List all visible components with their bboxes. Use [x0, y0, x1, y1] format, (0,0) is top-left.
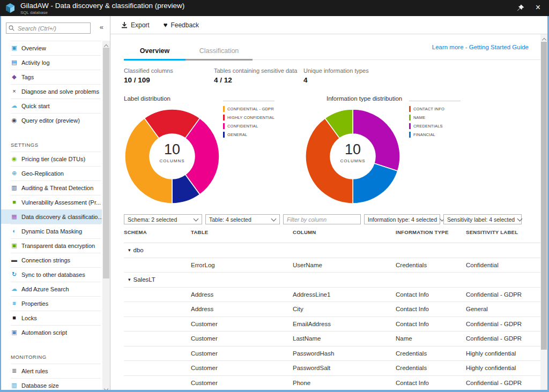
table-filter-dropdown[interactable]: Table: 4 selected [205, 214, 280, 224]
filter-bar: Schema: 2 selectedTable: 4 selectedInfor… [124, 214, 540, 224]
feedback-button[interactable]: ♥ Feedback [164, 21, 199, 29]
diagnose-icon: × [11, 88, 18, 95]
sidebar-item-label: Pricing tier (scale DTUs) [21, 156, 85, 162]
sidebar-item-properties[interactable]: ≡Properties [1, 296, 102, 311]
main-scrollbar[interactable] [540, 34, 547, 390]
sidebar-item-database-size[interactable]: ▥Database size [1, 378, 102, 390]
sidebar-item-activity-log[interactable]: ▤Activity log [1, 55, 102, 70]
expand-caret-icon[interactable]: ▾ [128, 247, 131, 253]
schema-filter-dropdown[interactable]: Schema: 2 selected [124, 214, 202, 224]
search-input[interactable] [17, 25, 88, 32]
sidebar-item-connection-strings[interactable]: ▬Connection strings [1, 253, 102, 267]
sidebar-item-data-discovery-classificatio[interactable]: ▦Data discovery & classificatio... [1, 209, 102, 224]
properties-icon: ≡ [11, 300, 18, 307]
main-scrollbar-thumb[interactable] [541, 42, 547, 350]
legend-item-financial: FINANCIAL [409, 130, 461, 139]
table-row-customer-lastname[interactable]: CustomerLastNameNameConfidential - GDPR [124, 331, 540, 346]
sidebar-scrollbar[interactable] [102, 41, 110, 390]
sidebar-item-label: Locks [21, 315, 37, 321]
sidebar-item-transparent-data-encryption[interactable]: ▣Transparent data encryption [1, 238, 102, 253]
donut-chart-info-types[interactable] [305, 108, 401, 205]
sidebar-item-label: Auditing & Threat Detection [21, 185, 93, 191]
sidebar-item-auditing-threat-detection[interactable]: ▥Auditing & Threat Detection [1, 180, 102, 195]
cell-column: Phone [293, 376, 310, 390]
collapse-sidebar-button[interactable]: « [100, 23, 103, 31]
cell-table: Address [191, 288, 213, 302]
sidebar-item-label: Quick start [21, 103, 50, 109]
search-icon [9, 25, 14, 31]
table-row-customer-passwordhash[interactable]: CustomerPasswordHashCredentialsHighly co… [124, 346, 540, 361]
scroll-down-arrow-icon[interactable] [102, 383, 110, 390]
sidebar-item-query-editor-preview[interactable]: ◉Query editor (preview) [1, 113, 102, 127]
sidebar-item-label: Alert rules [21, 368, 48, 374]
pin-icon[interactable] [517, 4, 524, 12]
table-row-errorlog-username[interactable]: ErrorLogUserNameCredentialsConfidential [124, 258, 540, 273]
sidebar-nav: ▣Overview▤Activity log◆Tags×Diagnose and… [1, 41, 102, 390]
schema-group-row-dbo[interactable]: ▾dbo [124, 243, 540, 258]
sidebar-item-locks[interactable]: ■Locks [1, 311, 102, 325]
cell-column: City [293, 302, 303, 316]
sidebar-item-pricing-tier-scale-dtus[interactable]: ◉Pricing tier (scale DTUs) [1, 152, 102, 166]
sidebar-item-tags[interactable]: ◆Tags [1, 70, 102, 84]
cell-column: UserName [293, 258, 322, 273]
sidebar-item-add-azure-search[interactable]: ☁Add Azure Search [1, 282, 102, 296]
alert-rules-icon: ≣ [11, 367, 18, 374]
cell-sensitivity-label: Highly confidential [466, 346, 516, 361]
stat-label: Classified columns [124, 67, 173, 74]
dynamic-data-masking-icon: ◐ [11, 228, 18, 235]
quick-start-icon: ☁ [11, 102, 18, 109]
pricing-tier-icon: ◉ [11, 155, 18, 162]
cell-sensitivity-label: Confidential - GDPR [466, 288, 522, 302]
stat-label: Unique information types [303, 67, 369, 74]
tab-overview[interactable]: Overview [124, 47, 186, 55]
legend-swatch-icon [223, 123, 225, 129]
donut-chart-labels[interactable] [124, 108, 220, 205]
table-row-customer-phone[interactable]: CustomerPhoneContact InfoConfidential - … [124, 376, 540, 390]
legend-label: CREDENTIALS [413, 124, 443, 129]
sidebar-item-sync-to-other-databases[interactable]: ↻Sync to other databases [1, 267, 102, 282]
table-header-row: SCHEMATABLECOLUMNINFORMATION TYPESENSITI… [124, 229, 540, 237]
legend-item-confidential: CONFIDENTIAL [223, 122, 274, 130]
heart-icon: ♥ [164, 21, 168, 28]
table-row-address-city[interactable]: AddressCityContact InfoGeneral [124, 302, 540, 317]
sidebar-item-diagnose-and-solve-problems[interactable]: ×Diagnose and solve problems [1, 84, 102, 99]
tab-classification[interactable]: Classification [186, 47, 253, 55]
donut-segment-credentials[interactable] [353, 109, 400, 171]
table-row-address-addressline1[interactable]: AddressAddressLine1Contact InfoConfident… [124, 288, 540, 303]
sidebar-item-vulnerability-assessment-pr[interactable]: ■Vulnerability Assessment (Pr... [1, 195, 102, 209]
legend-swatch-icon [409, 115, 411, 120]
dropdown-value: Table: 4 selected [209, 216, 251, 223]
cell-sensitivity-label: General [466, 302, 488, 316]
column-filter-input[interactable] [283, 214, 361, 224]
sensitivity-label-filter-dropdown[interactable]: Sensitivity label: 4 selected [443, 214, 522, 224]
sidebar-item-dynamic-data-masking[interactable]: ◐Dynamic Data Masking [1, 224, 102, 238]
sidebar-scrollbar-thumb[interactable] [103, 48, 109, 278]
label-distribution-title: Label distribution [124, 95, 170, 102]
table-row-customer-emailaddress[interactable]: CustomerEmailAddressContact InfoConfiden… [124, 317, 540, 332]
sidebar-item-overview[interactable]: ▣Overview [1, 41, 102, 55]
table-row-customer-passwordsalt[interactable]: CustomerPasswordSaltCredentialsHighly co… [124, 361, 540, 376]
data-discovery-classification-icon: ▦ [11, 213, 18, 220]
cell-sensitivity-label: Confidential [466, 258, 499, 273]
scroll-up-arrow-icon[interactable] [540, 34, 547, 41]
geo-replication-icon: ⊕ [11, 170, 18, 177]
stat-value: 4 / 12 [214, 76, 297, 84]
learn-more-link[interactable]: Learn more - Getting Started Guide [432, 44, 529, 50]
sidebar-item-label: Vulnerability Assessment (Pr... [21, 199, 101, 206]
sidebar-item-automation-script[interactable]: ▣Automation script [1, 325, 102, 340]
information-type-filter-dropdown[interactable]: Information type: 4 selected [364, 214, 440, 224]
export-button[interactable]: Export [121, 21, 150, 29]
legend-label: NAME [413, 115, 425, 120]
blade-subtitle: SQL database [20, 10, 48, 15]
sidebar-item-geo-replication[interactable]: ⊕Geo-Replication [1, 166, 102, 180]
scroll-up-arrow-icon[interactable] [102, 41, 110, 48]
donut-segment-financial[interactable] [353, 163, 398, 203]
cell-table: ErrorLog [191, 258, 215, 273]
sidebar-item-quick-start[interactable]: ☁Quick start [1, 99, 102, 113]
schema-group-row-saleslt[interactable]: ▾SalesLT [124, 273, 540, 288]
expand-caret-icon[interactable]: ▾ [128, 277, 131, 282]
overview-content: Overview Classification Learn more - Get… [110, 34, 540, 390]
info-type-distribution-donut: 10 COLUMNS [305, 108, 401, 205]
sidebar-item-alert-rules[interactable]: ≣Alert rules [1, 364, 102, 378]
close-icon[interactable]: × [536, 2, 540, 13]
